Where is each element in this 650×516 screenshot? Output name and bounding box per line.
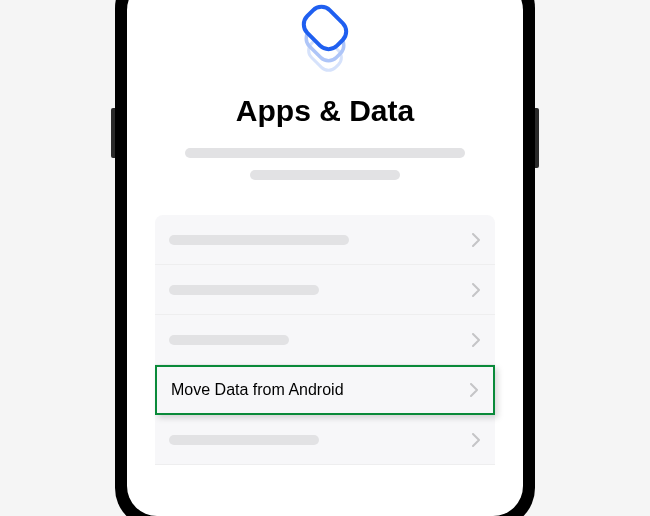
option-placeholder bbox=[169, 335, 289, 345]
options-list: Move Data from Android bbox=[155, 215, 495, 465]
chevron-right-icon bbox=[472, 333, 481, 347]
option-row-5[interactable] bbox=[155, 415, 495, 465]
chevron-right-icon bbox=[472, 283, 481, 297]
chevron-right-icon bbox=[472, 233, 481, 247]
phone-side-button-left bbox=[111, 108, 115, 158]
subtitle-placeholder-line-1 bbox=[185, 148, 465, 158]
option-row-3[interactable] bbox=[155, 315, 495, 365]
phone-screen: Apps & Data bbox=[127, 0, 523, 516]
apps-data-stack-icon bbox=[294, 0, 356, 76]
option-label: Move Data from Android bbox=[171, 381, 344, 399]
option-row-1[interactable] bbox=[155, 215, 495, 265]
phone-side-button-right bbox=[535, 108, 539, 168]
option-row-2[interactable] bbox=[155, 265, 495, 315]
page-title: Apps & Data bbox=[236, 94, 414, 128]
option-placeholder bbox=[169, 285, 319, 295]
option-move-data-from-android[interactable]: Move Data from Android bbox=[155, 365, 495, 415]
phone-frame: Apps & Data bbox=[115, 0, 535, 516]
option-placeholder bbox=[169, 435, 319, 445]
chevron-right-icon bbox=[470, 383, 479, 397]
subtitle-placeholder-line-2 bbox=[250, 170, 400, 180]
chevron-right-icon bbox=[472, 433, 481, 447]
option-placeholder bbox=[169, 235, 349, 245]
